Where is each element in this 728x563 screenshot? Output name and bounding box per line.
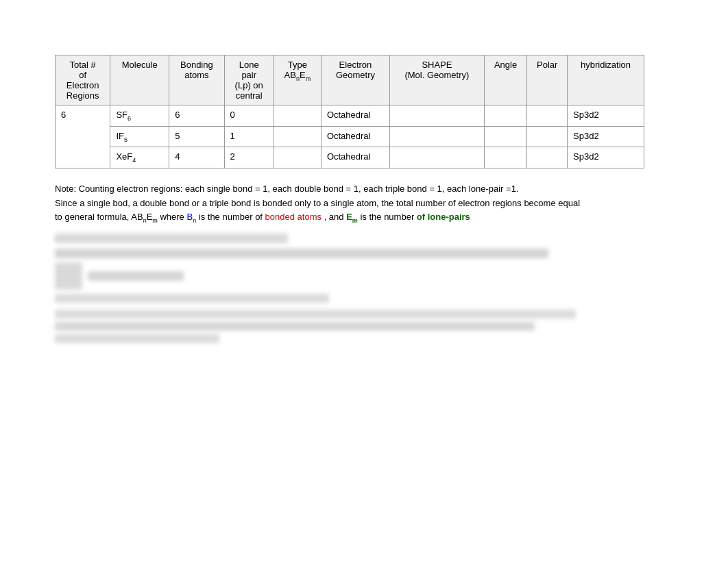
- note-line-2: Since a single bod, a double bond or a t…: [55, 197, 644, 211]
- note-line3-to-general: to general formula, AB: [55, 212, 143, 222]
- total-electron-regions: 6: [56, 105, 110, 168]
- molecule-if5: IF5: [110, 126, 169, 147]
- electron-geo-xef4: Octahedral: [321, 147, 389, 168]
- note-Bn: Bn: [186, 212, 196, 222]
- hybridization-sf6: Sp3d2: [568, 105, 644, 127]
- molecule-sf6: SF6: [110, 105, 169, 127]
- polar-if5: [527, 126, 568, 147]
- note-m-sub: m: [152, 217, 158, 224]
- polar-xef4: [527, 147, 568, 168]
- bonding-xef4: 4: [169, 147, 224, 168]
- col-header-hybridization: hybridization: [568, 55, 644, 105]
- col-header-lone-pair: Lonepair(Lp) oncentral: [224, 55, 274, 105]
- bonding-if5: 5: [169, 126, 224, 147]
- note-where: where: [158, 212, 187, 222]
- lone-pair-sf6: 0: [224, 105, 274, 127]
- lone-pair-xef4: 2: [224, 147, 274, 168]
- angle-sf6: [484, 105, 526, 127]
- note-and: , and: [321, 212, 346, 222]
- note-is-number: is the number of: [196, 212, 265, 222]
- note-line-3: to general formula, ABnEm where Bn is th…: [55, 210, 644, 225]
- blurred-content-2: [55, 249, 644, 303]
- col-header-angle: Angle: [484, 55, 526, 105]
- type-if5: [274, 126, 321, 147]
- note-is-number2: is the number: [358, 212, 417, 222]
- col-header-polar: Polar: [527, 55, 568, 105]
- col-header-type: TypeABnEm: [274, 55, 321, 105]
- blurred-content: [55, 234, 644, 243]
- shape-if5: [390, 126, 485, 147]
- angle-if5: [484, 126, 526, 147]
- col-header-electron-geo: ElectronGeometry: [321, 55, 389, 105]
- note-bonded-atoms: bonded atoms: [265, 212, 321, 222]
- col-header-molecule: Molecule: [110, 55, 169, 105]
- col-header-shape: SHAPE(Mol. Geometry): [390, 55, 485, 105]
- electron-geo-if5: Octahedral: [321, 126, 389, 147]
- type-xef4: [274, 147, 321, 168]
- note-line-1: Note: Counting electron regions: each si…: [55, 182, 644, 197]
- bonding-sf6: 6: [169, 105, 224, 127]
- table-row: 6 SF6 6 0 Octahedral Sp3d2: [56, 105, 644, 127]
- blurred-content-3: [55, 310, 644, 343]
- col-header-total: Total #ofElectronRegions: [56, 55, 110, 105]
- hybridization-if5: Sp3d2: [568, 126, 644, 147]
- table-row: IF5 5 1 Octahedral Sp3d2: [56, 126, 644, 147]
- molecule-xef4: XeF4: [110, 147, 169, 168]
- polar-sf6: [527, 105, 568, 127]
- angle-xef4: [484, 147, 526, 168]
- electron-geo-sf6: Octahedral: [321, 105, 389, 127]
- note-Em: Em: [346, 212, 358, 222]
- note-n-sub: n: [143, 217, 147, 224]
- hybridization-xef4: Sp3d2: [568, 147, 644, 168]
- note-section: Note: Counting electron regions: each si…: [55, 182, 644, 226]
- type-sf6: [274, 105, 321, 127]
- lone-pair-if5: 1: [224, 126, 274, 147]
- shape-sf6: [390, 105, 485, 127]
- note-lone-pairs: of lone-pairs: [417, 212, 470, 222]
- shape-xef4: [390, 147, 485, 168]
- table-row: XeF4 4 2 Octahedral Sp3d2: [56, 147, 644, 168]
- col-header-bonding: Bondingatoms: [169, 55, 224, 105]
- chemistry-table: Total #ofElectronRegions Molecule Bondin…: [55, 55, 644, 168]
